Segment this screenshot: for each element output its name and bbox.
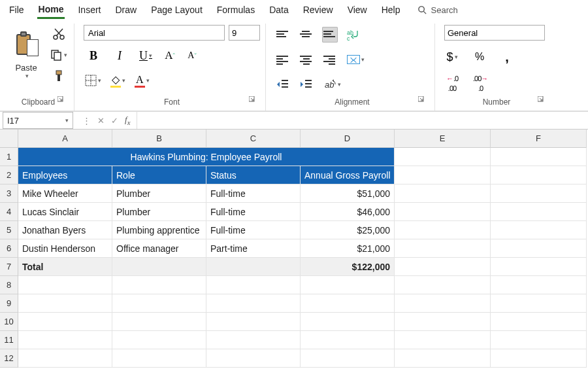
cell-E8[interactable]: [395, 276, 491, 294]
cell-D3[interactable]: $51,000: [301, 184, 395, 203]
cell-C11[interactable]: [206, 331, 301, 349]
align-top-button[interactable]: [275, 27, 291, 43]
shrink-font-button[interactable]: Aˇ: [184, 48, 200, 63]
col-header-C[interactable]: C: [206, 130, 301, 148]
cell-A4[interactable]: Lucas Sinclair: [18, 203, 112, 221]
percent-button[interactable]: %: [472, 49, 487, 65]
cell-E10[interactable]: [395, 313, 491, 331]
copy-button[interactable]: ▾: [48, 47, 69, 63]
formula-input[interactable]: [137, 112, 588, 129]
decrease-decimal-button[interactable]: .00→.0: [472, 72, 489, 94]
cell-B10[interactable]: [112, 313, 206, 331]
menu-home[interactable]: Home: [37, 1, 65, 19]
cell-A7[interactable]: Total: [18, 258, 112, 276]
cut-button[interactable]: [48, 26, 69, 42]
cell-F9[interactable]: [491, 294, 587, 313]
cell-F3[interactable]: [491, 184, 587, 203]
cell-E3[interactable]: [395, 184, 491, 203]
col-header-A[interactable]: A: [18, 130, 112, 148]
cell-F11[interactable]: [491, 331, 587, 349]
row-header-7[interactable]: 7: [0, 258, 18, 276]
bold-button[interactable]: B: [84, 48, 103, 64]
row-header-4[interactable]: 4: [0, 203, 18, 221]
dots-icon[interactable]: ⋮: [82, 116, 91, 126]
cell-A3[interactable]: Mike Wheeler: [18, 184, 112, 203]
spreadsheet-grid[interactable]: A B C D E F 1 Hawkins Plumbing: Employee…: [0, 130, 588, 368]
col-header-B[interactable]: B: [112, 130, 206, 148]
cell-C8[interactable]: [206, 276, 301, 294]
clipboard-dialog-launcher[interactable]: [53, 92, 69, 107]
cell-B7[interactable]: [112, 258, 206, 276]
menu-formulas[interactable]: Formulas: [216, 2, 256, 18]
cell-C3[interactable]: Full-time: [206, 184, 301, 203]
cell-A9[interactable]: [18, 294, 112, 313]
font-dialog-launcher[interactable]: [244, 92, 260, 107]
cell-C2[interactable]: Status: [206, 166, 301, 184]
menu-page-layout[interactable]: Page Layout: [150, 2, 204, 18]
cell-title[interactable]: Hawkins Plumbing: Employee Payroll: [18, 148, 395, 166]
col-header-D[interactable]: D: [301, 130, 395, 148]
cell-C4[interactable]: Full-time: [206, 203, 301, 221]
select-all-corner[interactable]: [0, 130, 18, 148]
number-format-select[interactable]: [444, 25, 545, 41]
cell-E6[interactable]: [395, 239, 491, 258]
cell-F6[interactable]: [491, 239, 587, 258]
cell-A12[interactable]: [18, 349, 112, 368]
cell-D7[interactable]: $122,000: [301, 258, 395, 276]
menu-draw[interactable]: Draw: [114, 2, 138, 18]
menu-data[interactable]: Data: [268, 2, 290, 18]
search-box[interactable]: Search: [417, 5, 458, 15]
cell-E1[interactable]: [395, 148, 491, 166]
menu-help[interactable]: Help: [380, 2, 402, 18]
font-size-input[interactable]: [229, 25, 260, 41]
row-header-6[interactable]: 6: [0, 239, 18, 258]
format-painter-button[interactable]: [48, 68, 69, 84]
cell-B12[interactable]: [112, 349, 206, 368]
paste-button[interactable]: Paste ▾: [8, 25, 44, 85]
italic-button[interactable]: I: [110, 48, 129, 64]
currency-button[interactable]: $▾: [444, 49, 460, 65]
cell-F4[interactable]: [491, 203, 587, 221]
cell-D10[interactable]: [301, 313, 395, 331]
borders-button[interactable]: ▾: [84, 73, 103, 88]
align-left-button[interactable]: [275, 52, 291, 67]
row-header-10[interactable]: 10: [0, 313, 18, 331]
cell-F12[interactable]: [491, 349, 587, 368]
row-header-2[interactable]: 2: [0, 166, 18, 184]
cancel-formula-button[interactable]: ✕: [97, 116, 105, 126]
cell-D8[interactable]: [301, 276, 395, 294]
cell-C9[interactable]: [206, 294, 301, 313]
increase-decimal-button[interactable]: ←.0.00: [444, 72, 460, 94]
accept-formula-button[interactable]: ✓: [111, 116, 118, 126]
cell-A8[interactable]: [18, 276, 112, 294]
cell-E12[interactable]: [395, 349, 491, 368]
row-header-11[interactable]: 11: [0, 331, 18, 349]
menu-view[interactable]: View: [346, 2, 368, 18]
increase-indent-button[interactable]: [299, 77, 314, 92]
row-header-9[interactable]: 9: [0, 294, 18, 313]
cell-E5[interactable]: [395, 221, 491, 239]
row-header-5[interactable]: 5: [0, 221, 18, 239]
menu-insert[interactable]: Insert: [76, 2, 102, 18]
row-header-1[interactable]: 1: [0, 148, 18, 166]
cell-D4[interactable]: $46,000: [301, 203, 395, 221]
row-header-8[interactable]: 8: [0, 276, 18, 294]
cell-D6[interactable]: $21,000: [301, 239, 395, 258]
cell-A5[interactable]: Jonathan Byers: [18, 221, 112, 239]
cell-F7[interactable]: [491, 258, 587, 276]
cell-E7[interactable]: [395, 258, 491, 276]
cell-F5[interactable]: [491, 221, 587, 239]
cell-C6[interactable]: Part-time: [206, 239, 301, 258]
cell-D12[interactable]: [301, 349, 395, 368]
name-box[interactable]: I17 ▾: [3, 112, 73, 129]
cell-D9[interactable]: [301, 294, 395, 313]
fill-color-button[interactable]: ◇▾: [109, 72, 127, 89]
cell-F8[interactable]: [491, 276, 587, 294]
cell-B6[interactable]: Office manager: [112, 239, 206, 258]
orientation-button[interactable]: ab ▾: [322, 77, 342, 92]
row-header-3[interactable]: 3: [0, 184, 18, 203]
fx-icon[interactable]: fx: [125, 114, 130, 126]
menu-review[interactable]: Review: [302, 2, 335, 18]
cell-B3[interactable]: Plumber: [112, 184, 206, 203]
cell-F10[interactable]: [491, 313, 587, 331]
